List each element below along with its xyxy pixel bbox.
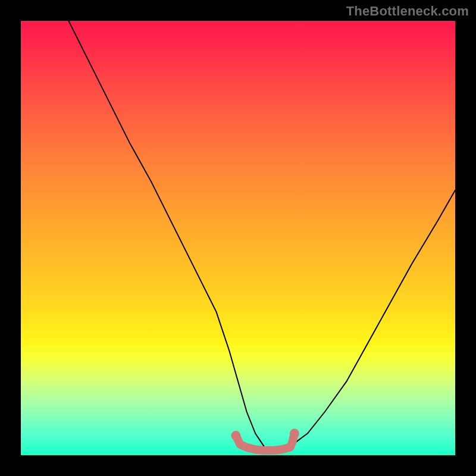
- chart-frame: TheBottleneck.com: [0, 0, 476, 476]
- chart-svg: [21, 21, 455, 455]
- valley-dot-left: [231, 431, 240, 440]
- curve-line: [68, 21, 455, 451]
- valley-marker: [236, 434, 295, 451]
- valley-dot-right: [290, 429, 299, 439]
- watermark-text: TheBottleneck.com: [346, 4, 469, 19]
